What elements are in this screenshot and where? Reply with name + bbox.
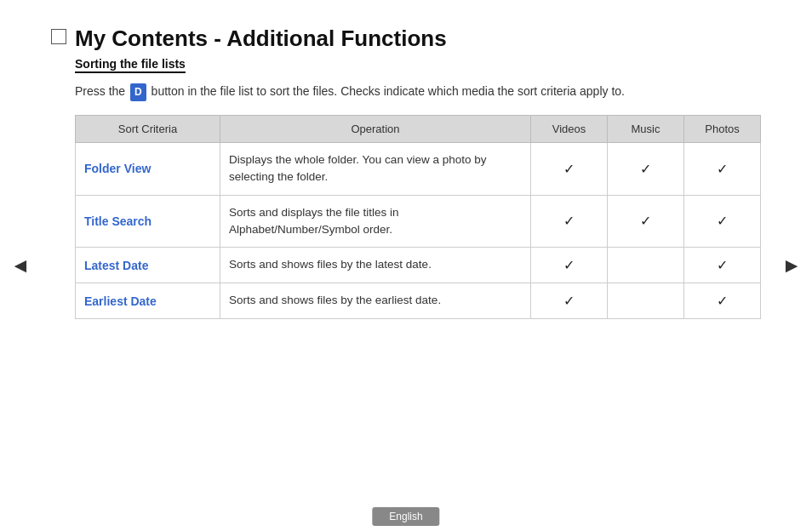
check-cell-music: ✓ (608, 143, 684, 196)
criteria-cell: Folder View (76, 143, 220, 196)
checkmark-icon: ✓ (563, 294, 575, 308)
check-cell-photos: ✓ (684, 195, 761, 248)
checkmark-icon: ✓ (717, 294, 728, 308)
check-cell-photos: ✓ (684, 283, 761, 319)
sort-criteria-table: Sort Criteria Operation Videos Music Pho… (75, 115, 761, 319)
table-row: Folder ViewDisplays the whole folder. Yo… (76, 143, 761, 196)
checkmark-icon: ✓ (717, 258, 728, 272)
check-cell-photos: ✓ (684, 248, 761, 283)
checkmark-icon: ✓ (717, 214, 728, 228)
check-cell-music (608, 248, 684, 283)
col-header-photos: Photos (684, 116, 761, 143)
operation-cell: Sorts and shows files by the latest date… (220, 248, 531, 283)
table-row: Earliest DateSorts and shows files by th… (76, 283, 761, 319)
col-header-videos: Videos (531, 116, 608, 143)
page-container: ◄ ► My Contents - Additional Functions S… (0, 0, 812, 531)
checkmark-icon: ✓ (563, 214, 575, 228)
criteria-cell: Title Search (76, 195, 220, 248)
description-text: Press the D button in the file list to s… (75, 82, 761, 101)
desc-before-button: Press the (75, 84, 125, 98)
checkmark-icon: ✓ (640, 214, 651, 228)
check-cell-photos: ✓ (684, 143, 761, 196)
operation-cell: Sorts and shows files by the earliest da… (220, 283, 531, 319)
check-cell-videos: ✓ (531, 195, 608, 248)
table-row: Title SearchSorts and displays the file … (76, 195, 761, 248)
checkmark-icon: ✓ (640, 162, 651, 176)
language-bar: English (372, 509, 439, 522)
section-subtitle: Sorting the file lists (75, 57, 186, 73)
language-button[interactable]: English (372, 507, 439, 526)
col-header-music: Music (608, 116, 684, 143)
page-header: My Contents - Additional Functions (51, 26, 761, 52)
check-cell-music (608, 283, 684, 319)
col-header-criteria: Sort Criteria (76, 116, 220, 143)
criteria-cell: Earliest Date (76, 283, 220, 319)
criteria-cell: Latest Date (76, 248, 220, 283)
operation-cell: Displays the whole folder. You can view … (220, 143, 531, 196)
nav-arrow-left[interactable]: ◄ (10, 254, 31, 277)
checkbox-icon (51, 29, 66, 44)
d-button: D (130, 83, 146, 101)
check-cell-videos: ✓ (531, 248, 608, 283)
page-title: My Contents - Additional Functions (75, 26, 447, 52)
checkmark-icon: ✓ (563, 162, 575, 176)
nav-arrow-right[interactable]: ► (781, 254, 802, 277)
checkmark-icon: ✓ (563, 258, 575, 272)
col-header-operation: Operation (220, 116, 531, 143)
operation-cell: Sorts and displays the file titles in Al… (220, 195, 531, 248)
desc-after-button: button in the file list to sort the file… (152, 84, 625, 98)
check-cell-videos: ✓ (531, 283, 608, 319)
check-cell-music: ✓ (608, 195, 684, 248)
sort-criteria-table-wrapper: Sort Criteria Operation Videos Music Pho… (75, 115, 761, 319)
checkmark-icon: ✓ (717, 162, 728, 176)
table-row: Latest DateSorts and shows files by the … (76, 248, 761, 283)
check-cell-videos: ✓ (531, 143, 608, 196)
